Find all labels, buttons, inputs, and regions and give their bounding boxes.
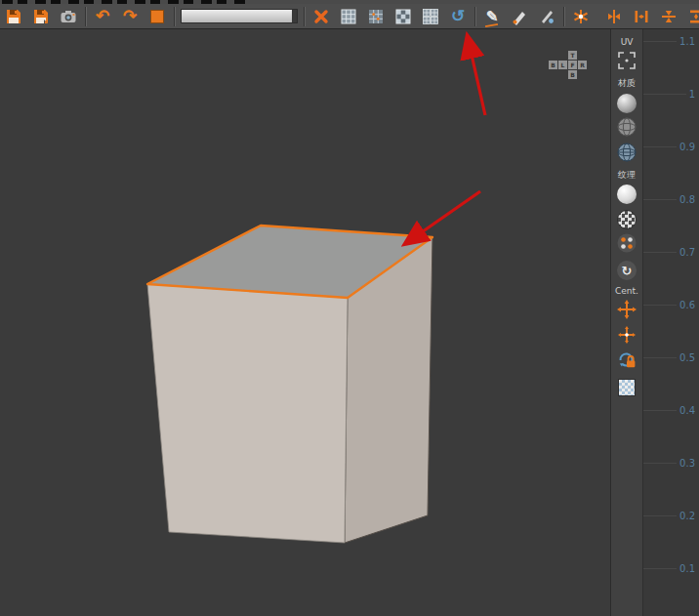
undo-button[interactable]: ↶ — [92, 6, 113, 27]
pen-icon: ✎ — [486, 9, 499, 23]
lock-rotation-button[interactable] — [615, 350, 638, 374]
material-shaded-button[interactable] — [615, 92, 638, 115]
grid-dots-button[interactable] — [365, 6, 387, 27]
nav-face-back[interactable]: B — [549, 61, 557, 69]
delete-button[interactable] — [310, 6, 332, 27]
screenshot-button[interactable] — [58, 6, 79, 27]
ruler-tick: 1 — [643, 88, 695, 100]
dots-circle-icon — [617, 233, 637, 257]
toolbar-separator — [563, 7, 564, 26]
distribute-vertical-button[interactable] — [685, 6, 699, 27]
nav-face-top[interactable]: T — [568, 51, 577, 60]
reload-icon: ↺ — [451, 8, 465, 24]
weld-tool-button[interactable] — [570, 6, 592, 27]
ruler-tick: 0.4 — [643, 404, 695, 416]
stop-icon — [150, 10, 164, 23]
move-crosshair-icon — [617, 300, 637, 323]
texture-rotate-button[interactable]: ↻ — [615, 259, 638, 282]
texture-plain-button[interactable] — [615, 183, 638, 206]
toolbar-separator — [474, 7, 475, 26]
wireframe-sphere-icon — [617, 117, 637, 141]
ruler-tick: 0.2 — [643, 510, 695, 521]
white-sphere-icon — [617, 185, 637, 204]
annotation-arrow-to-toolbar — [468, 37, 485, 115]
grid-full-icon — [340, 8, 357, 25]
progress-bar-fill — [182, 10, 292, 22]
uv-selection-frame-button[interactable] — [615, 51, 638, 74]
material-section-label: 材质 — [618, 78, 636, 89]
annotation-arrow-to-cube — [406, 191, 480, 243]
align-center-vertical-button[interactable] — [658, 6, 679, 27]
save-icon — [5, 8, 22, 25]
texture-dots-button[interactable] — [615, 233, 638, 257]
nav-face-front[interactable]: F — [568, 61, 577, 69]
ruler-tick: 0.1 — [643, 562, 695, 574]
distribute-horizontal-icon — [633, 8, 650, 25]
main-toolbar: ↶ ↷ — [0, 4, 699, 29]
rotate-circle-icon: ↻ — [617, 261, 637, 280]
toolbar-separator — [304, 7, 305, 26]
save-as-icon — [32, 8, 50, 25]
content-area: T B L F R B UV — [0, 29, 699, 616]
pen-tool-button[interactable]: ✎ — [481, 6, 503, 27]
knife-tool-button[interactable] — [509, 6, 530, 27]
uv-ruler: 1.1 1 0.9 0.8 0.7 0.6 0.5 0.4 0.3 0.2 0.… — [642, 29, 699, 616]
material-globe-button[interactable] — [615, 143, 638, 166]
nav-cube-widget: T B L F R B — [549, 51, 590, 80]
undo-icon: ↶ — [96, 8, 109, 24]
redo-icon: ↷ — [123, 8, 137, 24]
center-section-label: Cent. — [615, 286, 638, 297]
globe-icon — [617, 143, 637, 166]
grid-shaded-button[interactable] — [392, 6, 414, 27]
grid-multi-icon — [422, 8, 439, 25]
cutter-icon — [538, 8, 555, 25]
knife-icon — [511, 8, 528, 25]
ruler-tick: 0.8 — [643, 193, 695, 205]
grid-multi-button[interactable] — [420, 6, 441, 27]
ruler-tick: 0.7 — [643, 246, 695, 258]
progress-bar[interactable] — [181, 9, 298, 23]
redo-button[interactable]: ↷ — [119, 6, 141, 27]
reload-button[interactable]: ↺ — [447, 6, 469, 27]
ruler-tick: 1.1 — [643, 35, 695, 47]
grid-full-button[interactable] — [338, 6, 359, 27]
grid-shaded-icon — [394, 8, 412, 25]
center-move-button[interactable] — [615, 300, 638, 323]
texture-checker-button[interactable] — [615, 208, 638, 231]
shaded-sphere-icon — [617, 94, 637, 113]
camera-icon — [60, 8, 77, 25]
distribute-horizontal-button[interactable] — [631, 6, 652, 27]
selection-frame-icon — [617, 51, 637, 74]
distribute-vertical-icon — [687, 8, 699, 25]
delete-x-icon — [312, 8, 330, 25]
ruler-tick: 0.9 — [643, 141, 695, 152]
ruler-tick: 0.5 — [643, 351, 695, 363]
nav-face-bottom[interactable]: B — [568, 70, 577, 79]
stop-button[interactable] — [146, 6, 168, 27]
cutter-tool-button[interactable] — [536, 6, 557, 27]
grid-dots-icon — [367, 8, 385, 25]
toolbar-separator — [85, 7, 86, 26]
ruler-tick: 0.6 — [643, 299, 695, 310]
move-crosshair-dots-icon — [617, 325, 637, 349]
checker-map-button[interactable] — [615, 376, 638, 399]
checker-square-icon — [618, 379, 636, 396]
center-move-alt-button[interactable] — [615, 325, 638, 349]
ruler-tick: 0.3 — [643, 457, 695, 469]
lock-arrow-icon — [617, 350, 637, 374]
align-center-vertical-icon — [660, 8, 678, 25]
checker-circle-icon — [617, 210, 637, 229]
right-tool-sidebar: UV 材质 纹理 — [610, 29, 642, 616]
save-button[interactable] — [3, 6, 24, 27]
weld-star-icon — [572, 8, 590, 25]
app-window: ↶ ↷ — [0, 0, 699, 616]
material-wireframe-button[interactable] — [615, 117, 638, 141]
viewport-3d[interactable]: T B L F R B — [0, 29, 610, 616]
cube-front-face[interactable] — [147, 284, 348, 543]
save-as-button[interactable] — [30, 6, 52, 27]
align-center-horizontal-button[interactable] — [603, 6, 625, 27]
toolbar-separator — [174, 7, 175, 26]
nav-face-left[interactable]: L — [558, 61, 567, 69]
scene-canvas[interactable] — [0, 29, 610, 616]
nav-face-right[interactable]: R — [578, 61, 587, 69]
